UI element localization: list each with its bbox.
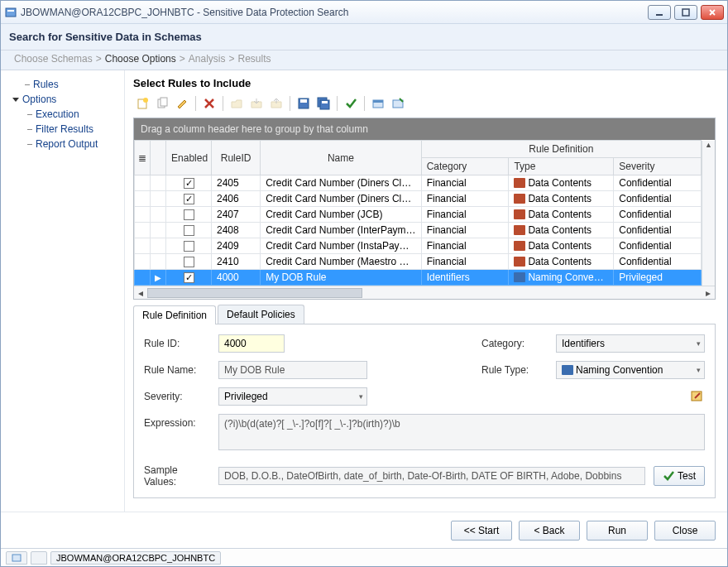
row-selector-header[interactable]: ≣ — [135, 141, 151, 175]
row-indicator — [151, 223, 166, 238]
cell-category: Financial — [421, 191, 509, 207]
table-row[interactable]: 2405Credit Card Number (Diners Club - ..… — [135, 175, 702, 191]
cell-name: Credit Card Number (InstaPayment) — [261, 238, 422, 254]
col-severity[interactable]: Severity — [614, 158, 702, 175]
table-row[interactable]: ▶4000My DOB RuleIdentifiersNaming Conven… — [135, 270, 702, 286]
breadcrumb-step-current[interactable]: Choose Options — [105, 53, 176, 65]
enabled-checkbox[interactable] — [184, 241, 194, 252]
open-icon[interactable] — [228, 94, 246, 113]
start-button[interactable]: << Start — [451, 521, 512, 541]
section-heading: Select Rules to Include — [133, 77, 716, 89]
category-select[interactable]: Identifiers▾ — [556, 334, 705, 353]
enabled-checkbox[interactable] — [184, 194, 194, 204]
back-button[interactable]: < Back — [519, 521, 580, 541]
cell-ruleid: 2408 — [211, 223, 260, 238]
enabled-checkbox[interactable] — [184, 272, 194, 283]
table-row[interactable]: 2406Credit Card Number (Diners Club - ..… — [135, 191, 702, 207]
run-button[interactable]: Run — [587, 521, 648, 541]
ruleid-field[interactable] — [218, 334, 285, 353]
breadcrumb-step[interactable]: Results — [238, 53, 271, 65]
cell-type: Data Contents — [509, 254, 614, 270]
col-type[interactable]: Type — [509, 158, 614, 175]
data-contents-icon — [514, 241, 525, 251]
enabled-checkbox[interactable] — [184, 178, 194, 189]
grid-settings-icon[interactable] — [389, 94, 407, 113]
save-all-icon[interactable] — [314, 94, 333, 113]
check-all-icon[interactable] — [342, 94, 360, 113]
table-row[interactable]: 2407Credit Card Number (JCB)FinancialDat… — [135, 207, 702, 223]
tab-rule-definition[interactable]: Rule Definition — [133, 305, 216, 324]
sidebar-item-options[interactable]: Options — [4, 92, 121, 107]
sidebar-item-rules[interactable]: Rules — [4, 77, 121, 92]
enabled-checkbox[interactable] — [184, 225, 194, 236]
edit-icon[interactable] — [173, 94, 191, 113]
minimize-button[interactable] — [648, 5, 671, 20]
col-ruleid[interactable]: RuleID — [211, 141, 260, 175]
sidebar: Rules Options Execution Filter Results R… — [1, 70, 125, 512]
indicator-header[interactable] — [151, 141, 166, 175]
close-button[interactable] — [701, 5, 724, 20]
tab-default-policies[interactable]: Default Policies — [218, 305, 304, 324]
enabled-checkbox[interactable] — [184, 257, 194, 267]
test-button[interactable]: Test — [654, 466, 705, 486]
naming-convention-icon — [562, 365, 573, 375]
col-group-rule-definition[interactable]: Rule Definition — [421, 141, 701, 158]
cell-type: Naming Convention — [509, 270, 614, 286]
row-selector[interactable] — [135, 175, 151, 191]
cell-name: Credit Card Number (Maestro Debit) — [261, 254, 422, 270]
cell-category: Financial — [421, 238, 509, 254]
maximize-button[interactable] — [674, 5, 697, 20]
data-contents-icon — [514, 225, 525, 235]
cell-category: Financial — [421, 254, 509, 270]
copy-icon[interactable] — [153, 94, 171, 113]
vertical-scrollbar[interactable]: ▲ — [702, 141, 715, 286]
status-tab-icon[interactable] — [6, 551, 27, 565]
status-tab-connection[interactable]: JBOWMAN@ORA12CBPC_JOHNBTC — [50, 551, 221, 565]
close-wizard-button[interactable]: Close — [654, 521, 716, 541]
sidebar-item-execution[interactable]: Execution — [4, 107, 121, 122]
svg-rect-0 — [6, 8, 16, 17]
table-row[interactable]: 2409Credit Card Number (InstaPayment)Fin… — [135, 238, 702, 254]
new-icon[interactable] — [133, 94, 151, 113]
cell-ruleid: 2409 — [211, 238, 260, 254]
expression-builder-icon[interactable] — [690, 389, 705, 404]
naming-convention-icon — [514, 272, 525, 282]
ruletype-select[interactable]: Naming Convention▾ — [556, 361, 705, 379]
col-enabled[interactable]: Enabled — [166, 141, 212, 175]
expression-field[interactable] — [218, 414, 705, 450]
col-name[interactable]: Name — [261, 141, 422, 175]
import-icon[interactable] — [247, 94, 266, 113]
status-tab-blank[interactable] — [31, 551, 47, 565]
sidebar-item-filter-results[interactable]: Filter Results — [4, 122, 121, 137]
refresh-icon[interactable] — [369, 94, 387, 113]
breadcrumb: Choose Schemas > Choose Options > Analys… — [1, 50, 727, 70]
severity-select[interactable]: Privileged▾ — [218, 387, 367, 406]
delete-icon[interactable] — [200, 94, 218, 113]
table-row[interactable]: 2408Credit Card Number (InterPayment)Fin… — [135, 223, 702, 238]
cell-severity: Privileged — [614, 270, 702, 286]
breadcrumb-step[interactable]: Analysis — [189, 53, 226, 65]
cell-name: Credit Card Number (InterPayment) — [261, 223, 422, 238]
row-selector[interactable] — [135, 191, 151, 207]
data-contents-icon — [514, 209, 525, 219]
svg-rect-3 — [682, 9, 689, 16]
rulename-field[interactable] — [218, 361, 367, 379]
group-by-hint[interactable]: Drag a column header here to group by th… — [134, 118, 715, 140]
breadcrumb-step[interactable]: Choose Schemas — [14, 53, 93, 65]
cell-type: Data Contents — [509, 223, 614, 238]
row-selector[interactable] — [135, 270, 151, 286]
save-icon[interactable] — [295, 94, 313, 113]
row-selector[interactable] — [135, 207, 151, 223]
sidebar-item-report-output[interactable]: Report Output — [4, 137, 121, 151]
horizontal-scrollbar[interactable]: ◂▸ — [134, 286, 715, 299]
col-category[interactable]: Category — [421, 158, 509, 175]
sample-values-field[interactable] — [218, 467, 645, 485]
row-selector[interactable] — [135, 223, 151, 238]
row-selector[interactable] — [135, 238, 151, 254]
table-row[interactable]: 2410Credit Card Number (Maestro Debit)Fi… — [135, 254, 702, 270]
export-icon[interactable] — [267, 94, 285, 113]
enabled-checkbox[interactable] — [184, 209, 194, 220]
svg-rect-13 — [300, 99, 307, 103]
row-selector[interactable] — [135, 254, 151, 270]
cell-name: Credit Card Number (Diners Club - ... — [261, 175, 422, 191]
